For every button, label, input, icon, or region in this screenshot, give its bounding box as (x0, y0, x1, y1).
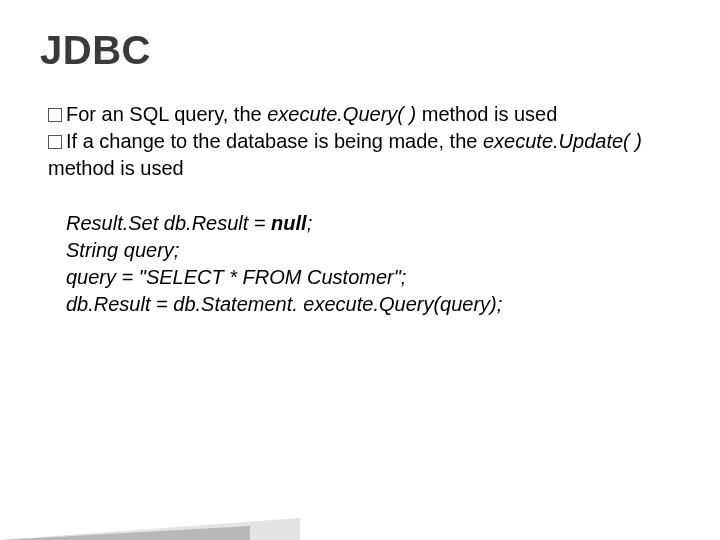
bullet-list: For an SQL query, the execute.Query( ) m… (48, 101, 680, 182)
slide-title: JDBC (40, 28, 680, 73)
code-l1-null: null (271, 212, 307, 234)
bullet-item-2: If a change to the database is being mad… (48, 128, 680, 182)
bullet2-method: execute.Update( ) (483, 130, 642, 152)
code-line-1: Result.Set db.Result = null; (66, 210, 680, 237)
code-line-2: String query; (66, 237, 680, 264)
code-l1c: ; (307, 212, 313, 234)
bullet1-text-a: For an SQL query, the (66, 103, 267, 125)
decorative-wedge (0, 526, 250, 540)
bullet1-method: execute.Query( ) (267, 103, 416, 125)
square-bullet-icon (48, 135, 62, 149)
code-l1a: Result.Set db.Result = (66, 212, 271, 234)
square-bullet-icon (48, 108, 62, 122)
slide: { "title": "JDBC", "bullet1": { "a": "Fo… (0, 0, 720, 540)
bullet1-text-b: method is used (416, 103, 557, 125)
code-block: Result.Set db.Result = null; String quer… (66, 210, 680, 318)
bullet-item-1: For an SQL query, the execute.Query( ) m… (48, 101, 680, 128)
bullet2-text-b: method is used (48, 157, 184, 179)
bullet2-text-a: If a change to the database is being mad… (66, 130, 483, 152)
code-line-3: query = "SELECT * FROM Customer"; (66, 264, 680, 291)
code-line-4: db.Result = db.Statement. execute.Query(… (66, 291, 680, 318)
